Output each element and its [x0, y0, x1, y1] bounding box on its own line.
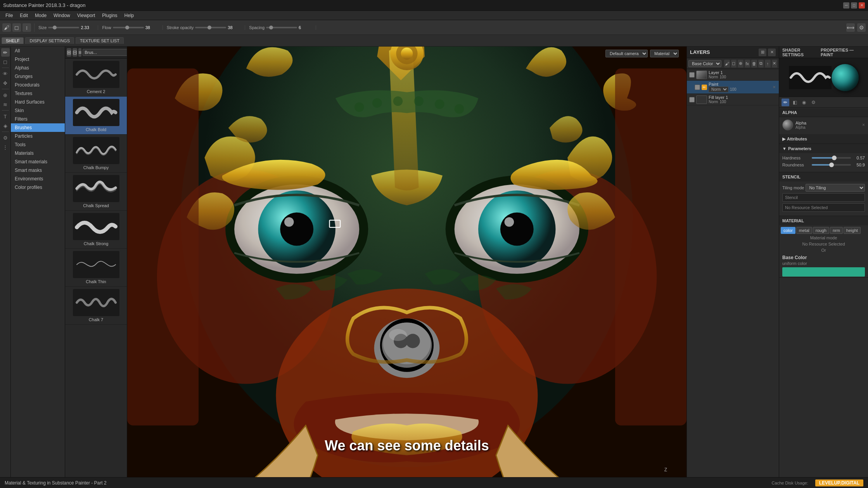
close-btn[interactable]: ✕	[859, 2, 865, 9]
attributes-header[interactable]: ▶ Attributes	[779, 134, 868, 144]
options-icon[interactable]: ⚙	[857, 23, 866, 32]
asset-all[interactable]: All	[11, 47, 65, 55]
view-btn[interactable]: 👁	[1, 69, 10, 78]
size-slider[interactable]	[48, 27, 79, 28]
shelf-tab-shelf[interactable]: SHELF	[2, 37, 24, 44]
asset-filters[interactable]: Filters	[11, 115, 65, 123]
camera-dropdown[interactable]: Default camera	[605, 50, 648, 57]
menu-window[interactable]: Window	[50, 12, 73, 19]
brush-search-input[interactable]	[83, 49, 127, 56]
smudge-icon[interactable]: ↕	[22, 23, 31, 32]
stencil-header[interactable]: STENCIL	[779, 172, 868, 182]
asset-alphas[interactable]: Alphas	[11, 64, 65, 72]
asset-procedurals[interactable]: Procedurals	[11, 81, 65, 89]
smear-btn[interactable]: ≋	[1, 100, 10, 109]
more-btn[interactable]: ⋮	[1, 143, 10, 151]
minimize-btn[interactable]: ─	[843, 2, 849, 9]
eraser-icon[interactable]: ◻	[12, 23, 21, 32]
asset-smart-materials[interactable]: Smart materials	[11, 157, 65, 166]
material-header[interactable]: MATERIAL	[779, 216, 868, 225]
layer-trash-btn[interactable]: ✕	[772, 60, 778, 67]
brush-chalk-spread[interactable]: Chalk Spread	[65, 173, 127, 211]
asset-smart-masks[interactable]: Smart masks	[11, 166, 65, 175]
layer-paint-close[interactable]: ✕	[772, 85, 776, 90]
material-tab-nrm[interactable]: nrm	[830, 227, 843, 234]
material-tab-metal[interactable]: metal	[796, 227, 812, 234]
paint-brush-icon[interactable]: 🖌	[2, 23, 11, 32]
brush-chalk-strong[interactable]: Chalk Strong	[65, 211, 127, 249]
brush-cement2[interactable]: Cement 2	[65, 59, 127, 97]
layer-duplicate-btn[interactable]: ⧉	[758, 60, 764, 67]
menu-help[interactable]: Help	[121, 12, 137, 19]
menu-plugins[interactable]: Plugins	[99, 12, 120, 19]
material-btn[interactable]: ◈	[1, 121, 10, 130]
layer-fill-1[interactable]: Fill layer 1 Norm 100	[687, 94, 779, 106]
asset-grunges[interactable]: Grunges	[11, 72, 65, 81]
layer-delete-btn[interactable]: 🗑	[751, 60, 757, 67]
settings-icon[interactable]: ⚙	[809, 99, 817, 106]
asset-tools[interactable]: Tools	[11, 140, 65, 149]
layer-paint-mode-select[interactable]: Norm	[709, 87, 728, 92]
menu-file[interactable]: File	[2, 12, 16, 19]
asset-textures[interactable]: Textures	[11, 89, 65, 98]
asset-color-profiles[interactable]: Color profiles	[11, 183, 65, 192]
color-swatch[interactable]	[782, 267, 865, 277]
layer-channel-select[interactable]: Base Color	[688, 60, 721, 67]
layer-fill-vis[interactable]	[689, 97, 695, 102]
alpha-close-btn[interactable]: ×	[862, 122, 865, 128]
display-icon[interactable]: ◉	[800, 99, 808, 106]
material-dropdown[interactable]: Material	[650, 50, 679, 57]
layers-close-btn[interactable]: ✕	[768, 48, 776, 56]
asset-skin[interactable]: Skin	[11, 106, 65, 115]
asset-particles[interactable]: Particles	[11, 132, 65, 140]
menu-mode[interactable]: Mode	[32, 12, 50, 19]
brush-chalk-thin[interactable]: Chalk Thin	[65, 249, 127, 287]
spacing-slider[interactable]	[266, 27, 297, 28]
layer-1-vis[interactable]	[689, 72, 695, 78]
brush-chalk-bold[interactable]: Chalk Bold	[65, 97, 127, 135]
symmetry-icon[interactable]: ⟺	[846, 23, 855, 32]
layer-paint-vis[interactable]	[695, 85, 700, 90]
brush-chalk-bumpy[interactable]: Chalk Bumpy	[65, 135, 127, 173]
text-btn[interactable]: T	[1, 112, 10, 121]
layer-add-fill-btn[interactable]: ◻	[731, 60, 737, 67]
list-icon[interactable]: ≡	[78, 48, 81, 57]
material-tab-height[interactable]: height	[844, 227, 861, 234]
paint-tool-btn[interactable]: ✏	[1, 48, 10, 57]
asset-brushes[interactable]: Brushes	[11, 123, 65, 132]
clone-btn[interactable]: ⊕	[1, 91, 10, 99]
asset-environments[interactable]: Environments	[11, 175, 65, 183]
paint-properties-icon[interactable]: ✏	[782, 99, 789, 106]
layer-item-1[interactable]: Layer 1 Norm 100	[687, 69, 779, 81]
eraser-tool-btn[interactable]: ◻	[1, 57, 10, 66]
parameters-header[interactable]: ▼ Parameters	[779, 144, 868, 153]
settings-btn[interactable]: ⚙	[1, 133, 10, 142]
hardness-slider[interactable]	[812, 157, 851, 159]
layer-add-paint-btn[interactable]: 🖌	[724, 60, 730, 67]
brush-chalk-7[interactable]: Chalk 7	[65, 287, 127, 325]
shelf-tab-texture[interactable]: TEXTURE SET LIST	[76, 37, 124, 44]
roundness-slider[interactable]	[812, 164, 851, 166]
maximize-btn[interactable]: □	[851, 2, 857, 9]
layer-effect-btn[interactable]: fx	[745, 60, 750, 67]
menu-edit[interactable]: Edit	[17, 12, 31, 19]
material-tab-rough[interactable]: rough	[813, 227, 829, 234]
layer-move-up-btn[interactable]: ↑	[765, 60, 771, 67]
layer-add-mask-btn[interactable]: ⊕	[738, 60, 744, 67]
flow-slider[interactable]	[113, 27, 144, 28]
grid-icon[interactable]: ⊟	[73, 48, 77, 57]
asset-materials[interactable]: Materials	[11, 149, 65, 157]
material-tab-color[interactable]: color	[781, 227, 795, 234]
layers-icon[interactable]: ◧	[791, 99, 799, 106]
move-btn[interactable]: ✥	[1, 79, 10, 87]
layers-expand-btn[interactable]: ⊞	[759, 48, 766, 56]
filter-icon[interactable]: ⊞	[67, 48, 71, 57]
asset-hard-surfaces[interactable]: Hard Surfaces	[11, 98, 65, 106]
tiling-dropdown[interactable]: No Tiling UV Wrap Mirror	[806, 184, 865, 192]
menu-viewport[interactable]: Viewport	[74, 12, 98, 19]
asset-project[interactable]: Project	[11, 55, 65, 64]
canvas-area[interactable]: We can see some details Default camera M…	[127, 47, 686, 477]
stroke-slider[interactable]	[195, 27, 226, 28]
layer-paint[interactable]: ✏ Paint Norm 100 ✕	[687, 81, 779, 94]
shelf-tab-display[interactable]: DISPLAY SETTINGS	[25, 37, 74, 44]
